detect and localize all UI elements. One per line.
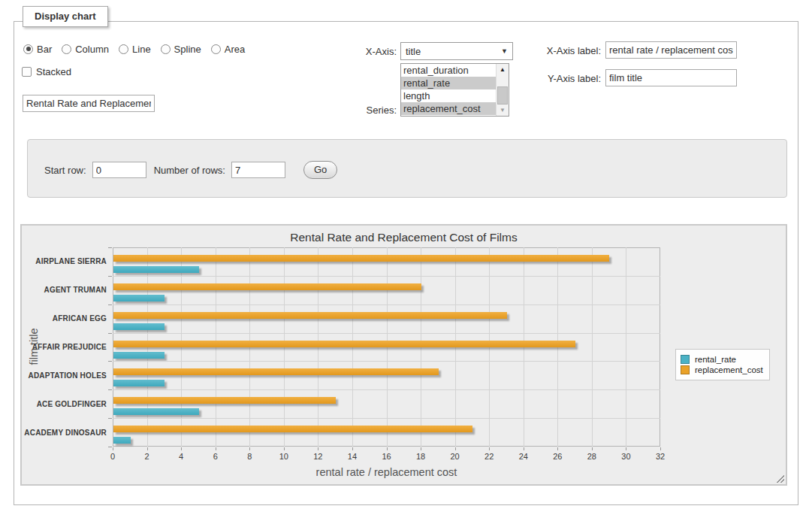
bar-rental_rate: [113, 266, 199, 273]
x-tick-label: 18: [409, 452, 432, 461]
x-tick: [216, 447, 216, 450]
bar-rental_rate: [113, 408, 199, 415]
legend-swatch: [681, 355, 690, 364]
radio-icon[interactable]: [23, 44, 33, 54]
radio-spline[interactable]: Spline: [161, 44, 201, 55]
bar-replacement_cost: [113, 283, 421, 290]
bar-rental_rate: [113, 380, 165, 386]
scrollbar-thumb[interactable]: [497, 86, 508, 105]
x-tick-label: 24: [512, 452, 535, 461]
x-tick: [387, 447, 388, 450]
radio-area[interactable]: Area: [211, 44, 245, 55]
x-tick: [660, 447, 661, 450]
radio-label: Line: [132, 44, 151, 55]
series-option-length[interactable]: length: [401, 89, 496, 102]
x-tick: [318, 447, 318, 450]
y-tick: [108, 447, 112, 447]
radio-dot-icon: [26, 47, 31, 51]
x-tick-label: 2: [136, 452, 158, 461]
x-tick: [489, 447, 490, 450]
chart-legend: rental_ratereplacement_cost: [675, 349, 770, 380]
series-option-rental_rate[interactable]: rental_rate: [401, 77, 496, 89]
gridline-x: [626, 247, 626, 447]
x-tick-label: 30: [614, 452, 637, 461]
gridline-y: [113, 361, 660, 362]
radio-column[interactable]: Column: [62, 44, 109, 55]
x-tick: [147, 447, 148, 450]
bar-rental_rate: [113, 295, 165, 301]
x-tick-label: 8: [238, 452, 261, 461]
radio-label: Spline: [174, 44, 201, 55]
bar-replacement_cost: [113, 397, 336, 404]
series-option-replacement_cost[interactable]: replacement_cost: [401, 102, 496, 115]
y-axis-label-caption: Y-Axis label:: [526, 73, 601, 84]
x-tick: [592, 447, 593, 450]
series-option-rental_duration[interactable]: rental_duration: [401, 64, 496, 77]
bar-replacement_cost: [113, 426, 472, 432]
legend-item: replacement_cost: [681, 365, 763, 374]
radio-icon[interactable]: [211, 44, 221, 54]
series-listbox-label: Series:: [323, 105, 397, 116]
x-axis-title: rental rate / replacement cost: [113, 466, 660, 478]
go-button[interactable]: Go: [303, 161, 337, 179]
x-tick-label: 10: [273, 452, 295, 461]
num-rows-input[interactable]: [231, 162, 285, 178]
bar-replacement_cost: [113, 368, 439, 375]
legend-item: rental_rate: [681, 355, 763, 364]
chevron-down-icon: ▼: [501, 47, 508, 55]
start-row-label: Start row:: [44, 165, 86, 176]
x-tick-label: 14: [341, 452, 364, 461]
radio-icon[interactable]: [161, 44, 171, 54]
radio-icon[interactable]: [62, 44, 71, 54]
y-tick: [108, 361, 112, 362]
scroll-down-icon[interactable]: ▼: [497, 105, 509, 116]
stacked-checkbox[interactable]: [22, 67, 32, 77]
y-category-label: AGENT TRUMAN: [22, 276, 107, 304]
bar-replacement_cost: [113, 312, 507, 319]
radio-icon[interactable]: [119, 44, 128, 54]
x-tick: [626, 447, 626, 450]
x-axis-label-input[interactable]: [605, 41, 737, 59]
x-tick: [557, 447, 558, 450]
fieldset-title: Display chart: [23, 6, 108, 27]
y-category-label: AFRICAN EGG: [22, 304, 107, 333]
stacked-checkbox-row[interactable]: Stacked: [22, 66, 71, 77]
y-category-label: AFFAIR PREJUDICE: [22, 333, 107, 362]
num-rows-label: Number of rows:: [154, 165, 225, 176]
radio-line[interactable]: Line: [119, 44, 151, 55]
y-tick: [108, 276, 112, 277]
gridline-y: [113, 333, 660, 334]
gridline-y: [113, 418, 660, 419]
x-tick: [249, 447, 250, 450]
y-tick: [108, 333, 112, 334]
y-axis-label-input[interactable]: [605, 69, 737, 86]
legend-swatch: [681, 365, 690, 374]
listbox-scrollbar[interactable]: ▲ ▼: [496, 64, 509, 116]
legend-label: replacement_cost: [695, 365, 763, 374]
x-tick: [181, 447, 182, 450]
start-row-input[interactable]: [92, 162, 146, 178]
chart-title-input[interactable]: [23, 95, 155, 112]
x-tick-label: 16: [376, 452, 398, 461]
x-tick: [421, 447, 421, 450]
bar-rental_rate: [113, 352, 165, 359]
legend-label: rental_rate: [695, 355, 736, 364]
y-tick: [108, 304, 112, 305]
radio-label: Bar: [37, 44, 52, 55]
y-tick: [108, 389, 112, 390]
bar-rental_rate: [113, 323, 165, 330]
resize-handle-icon[interactable]: [776, 474, 784, 483]
radio-bar[interactable]: Bar: [23, 44, 52, 55]
bar-replacement_cost: [113, 341, 575, 347]
x-axis-select[interactable]: title ▼: [400, 42, 513, 60]
x-tick-label: 22: [478, 452, 500, 461]
y-category-label: ADAPTATION HOLES: [22, 361, 107, 389]
scroll-up-icon[interactable]: ▲: [497, 64, 509, 75]
series-listbox[interactable]: rental_durationrental_ratelengthreplacem…: [400, 63, 509, 117]
x-tick: [455, 447, 456, 450]
gridline-x: [592, 247, 593, 447]
x-tick: [113, 447, 113, 450]
x-tick: [284, 447, 285, 450]
x-axis-select-label: X-Axis:: [323, 46, 397, 57]
bar-replacement_cost: [113, 255, 609, 262]
